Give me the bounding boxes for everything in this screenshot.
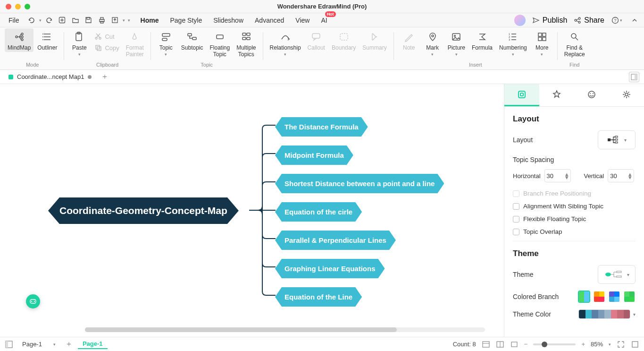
summary-button[interactable]: Summary [360,28,389,52]
layout-dropdown[interactable]: ▾ [598,130,636,149]
child-topic[interactable]: Midpoint Formula [275,146,353,165]
undo-button[interactable] [26,15,37,26]
floating-topic-button[interactable]: Floating Topic [207,28,233,59]
ai-assistant-fab[interactable] [26,294,40,308]
flex-float-checkbox[interactable]: Flexible Floating Topic [513,215,636,223]
help-button[interactable]: ?▾ [611,15,622,26]
open-button[interactable] [70,15,81,26]
canvas[interactable]: Coordinate-Geometry-Concept-Map The Dist… [0,84,504,337]
tab-view[interactable]: View [293,15,311,26]
theme-dropdown[interactable]: ▾ [598,265,636,284]
redo-button[interactable] [43,15,55,26]
outliner-button[interactable]: Outliner [34,28,60,52]
theme-color-dropdown[interactable]: ▾ [578,309,636,319]
mark-label: Mark [426,44,439,51]
file-menu[interactable]: File [4,15,24,26]
side-tab-icons[interactable] [574,84,609,106]
view-mode-1[interactable] [482,340,490,349]
zoom-knob[interactable] [542,342,547,347]
horizontal-spacing-input[interactable]: 30▴▾ [544,169,571,182]
page-tab[interactable]: Page-1 [78,339,108,349]
fullscreen[interactable] [631,340,639,349]
numbering-button[interactable]: 123Numbering▾ [496,28,530,58]
horizontal-scrollbar[interactable] [85,327,485,332]
more-button[interactable]: More▾ [531,28,553,58]
relationship-button[interactable]: Relationship▾ [267,28,304,58]
swatch-3[interactable] [608,291,620,303]
subtopic-button[interactable]: Subtopic [178,28,206,52]
add-page-button[interactable]: ＋ [65,340,73,349]
svg-point-35 [432,35,434,37]
child-topic[interactable]: Equation of the Line [275,287,362,307]
publish-button[interactable]: Publish [532,16,567,25]
tab-ai[interactable]: AI Hot [319,15,329,26]
paste-button[interactable]: Paste ▾ [68,28,91,58]
copy-button[interactable]: Copy [92,43,122,53]
paste-label: Paste [72,44,87,51]
child-topic[interactable]: Shortest Distance between a point and a … [275,174,444,193]
svg-rect-51 [519,91,525,98]
callout-button[interactable]: Callout [305,28,328,52]
swatch-2[interactable] [593,291,605,303]
minimize-window[interactable] [15,4,21,9]
view-mode-2[interactable] [496,340,504,349]
new-button[interactable] [57,15,68,26]
tab-advanced[interactable]: Advanced [253,15,286,26]
tab-slideshow[interactable]: Slideshow [211,15,245,26]
zoom-slider[interactable] [533,343,576,345]
central-topic[interactable]: Coordinate-Geometry-Concept-Map [48,197,239,224]
svg-rect-41 [538,33,542,36]
add-tab-button[interactable]: ＋ [100,72,109,82]
swatch-4[interactable] [623,291,636,303]
formula-label: Formula [472,44,493,51]
boundary-button[interactable]: Boundary [329,28,359,52]
view-mode-3[interactable] [510,340,519,349]
export-button[interactable] [109,15,121,26]
child-topic[interactable]: Graphing Linear Equations [275,259,385,278]
avatar[interactable] [514,15,526,26]
topic-label: Topic [159,44,173,51]
mindmap-button[interactable]: MindMap [5,28,33,52]
page-dropdown[interactable]: Page-1▾ [18,339,60,349]
picture-button[interactable]: Picture▾ [445,28,468,58]
multiple-topics-button[interactable]: Multiple Topics [234,28,259,59]
document-tab[interactable]: Coordinate...ncept Map1 [4,71,96,82]
tab-page-style[interactable]: Page Style [168,15,204,26]
vertical-spacing-input[interactable]: 30▴▾ [608,169,634,182]
child-topic[interactable]: Parallel & Perpendicular Lines [275,231,396,250]
collapse-ribbon[interactable] [629,15,640,26]
save-button[interactable] [83,15,94,26]
share-button[interactable]: Share [574,16,604,25]
child-topic[interactable]: Equation of the cirle [275,202,362,222]
side-tab-style[interactable] [539,84,574,106]
scrollbar-thumb[interactable] [85,327,397,332]
outline-toggle[interactable] [5,340,13,349]
format-painter-button[interactable]: Format Painter [123,28,147,59]
swatch-1[interactable] [578,291,590,303]
topic-overlap-checkbox[interactable]: Topic Overlap [513,228,636,235]
panel-toggle[interactable] [629,72,639,82]
svg-point-13 [21,36,23,38]
find-replace-button[interactable]: Find & Replace [561,28,588,59]
print-button[interactable] [96,15,108,26]
cut-button[interactable]: Cut [92,31,122,42]
align-sibling-checkbox[interactable]: Alignment With Sibling Topic [513,203,636,210]
maximize-window[interactable] [25,4,30,9]
formula-button[interactable]: Formula [469,28,495,52]
close-window[interactable] [6,4,11,9]
fit-screen[interactable] [617,340,625,349]
picture-label: Picture [448,44,465,51]
side-tab-layout[interactable] [504,84,539,106]
child-topic[interactable]: The Distance Formula [275,117,368,137]
topic-button[interactable]: Topic▾ [155,28,177,58]
find-icon [569,31,580,43]
tab-home[interactable]: Home [139,15,161,26]
layout-preview-icon [607,135,621,145]
mark-button[interactable]: Mark▾ [421,28,444,58]
svg-rect-33 [312,34,320,38]
summary-label: Summary [362,44,386,51]
subtopic-icon [186,31,198,43]
note-button[interactable]: Note [398,28,420,52]
note-label: Note [403,44,415,51]
side-tab-settings[interactable] [609,84,644,106]
